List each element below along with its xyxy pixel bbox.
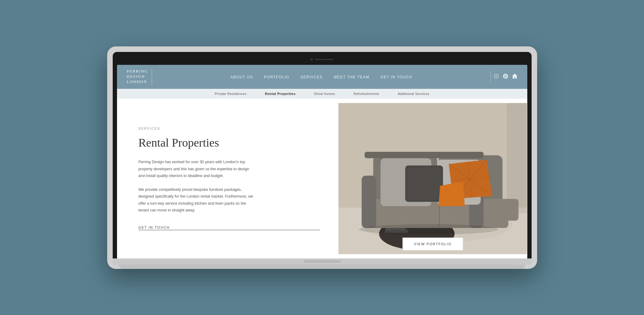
laptop-frame: PERRING DESIGN LONDON ABOUT US PORTFOLIO…: [107, 46, 537, 269]
nav-links: ABOUT US PORTFOLIO SERVICES MEET THE TEA…: [230, 74, 412, 80]
camera-dot: [310, 58, 313, 61]
subnav-refurbishments[interactable]: Refurbishments: [353, 92, 379, 96]
social-icons: [494, 74, 517, 80]
sub-nav: Private Residences Rental Properties Sho…: [117, 89, 527, 99]
pinterest-icon[interactable]: [503, 74, 508, 80]
nav-link-about[interactable]: ABOUT US: [230, 75, 253, 79]
nav-link-portfolio[interactable]: PORTFOLIO: [264, 75, 290, 79]
laptop-base: [113, 258, 532, 265]
instagram-icon[interactable]: [494, 74, 499, 80]
svg-rect-22: [408, 167, 441, 200]
services-label: SERVICES: [139, 127, 320, 130]
mic-bar: [315, 59, 334, 60]
houzz-icon[interactable]: [512, 74, 517, 80]
sofa-image: [338, 99, 527, 258]
nav-item-portfolio[interactable]: PORTFOLIO: [264, 74, 290, 80]
svg-rect-18: [484, 199, 518, 221]
page-title: Rental Properties: [139, 136, 320, 150]
nav-link-services[interactable]: SERVICES: [300, 75, 322, 79]
nav-divider: [490, 71, 491, 82]
get-in-touch-link[interactable]: GET IN TOUCH: [139, 226, 320, 230]
main-content: SERVICES Rental Properties Perring Desig…: [117, 99, 527, 258]
subnav-additional-services[interactable]: Additional Services: [398, 92, 429, 96]
nav-item-services[interactable]: SERVICES: [300, 74, 322, 80]
svg-rect-15: [362, 175, 376, 228]
svg-rect-0: [494, 74, 498, 78]
laptop-bottom: [119, 265, 525, 269]
right-panel: VIEW PORTFOLIO: [338, 99, 527, 258]
description-2: We provide competitively priced bespoke …: [139, 186, 255, 214]
svg-point-29: [359, 224, 498, 234]
subnav-show-homes[interactable]: Show homes: [314, 92, 335, 96]
logo-area: PERRING DESIGN LONDON: [127, 69, 152, 85]
view-portfolio-button[interactable]: VIEW PORTFOLIO: [403, 238, 463, 250]
logo-divider: [152, 69, 152, 85]
left-panel: SERVICES Rental Properties Perring Desig…: [117, 99, 338, 258]
nav-right: [490, 71, 517, 82]
navbar: PERRING DESIGN LONDON ABOUT US PORTFOLIO…: [117, 65, 527, 89]
camera-area: [117, 56, 527, 63]
nav-item-contact[interactable]: GET IN TOUCH: [381, 74, 412, 80]
nav-link-team[interactable]: MEET THE TEAM: [334, 75, 369, 79]
subnav-rental-properties[interactable]: Rental Properties: [265, 92, 296, 96]
description-1: Perring Design has worked for over 30 ye…: [139, 159, 255, 179]
nav-link-contact[interactable]: GET IN TOUCH: [381, 75, 412, 79]
nav-item-about[interactable]: ABOUT US: [230, 74, 253, 80]
svg-point-2: [497, 75, 498, 75]
subnav-private-residences[interactable]: Private Residences: [215, 92, 247, 96]
laptop-hinge: [304, 260, 341, 263]
nav-item-team[interactable]: MEET THE TEAM: [334, 74, 369, 80]
browser-screen: PERRING DESIGN LONDON ABOUT US PORTFOLIO…: [117, 65, 527, 258]
logo-text: PERRING DESIGN LONDON: [127, 69, 148, 85]
svg-rect-5: [507, 103, 527, 213]
svg-point-1: [496, 75, 497, 77]
screen-bezel: PERRING DESIGN LONDON ABOUT US PORTFOLIO…: [113, 52, 532, 258]
svg-rect-17: [365, 152, 484, 158]
